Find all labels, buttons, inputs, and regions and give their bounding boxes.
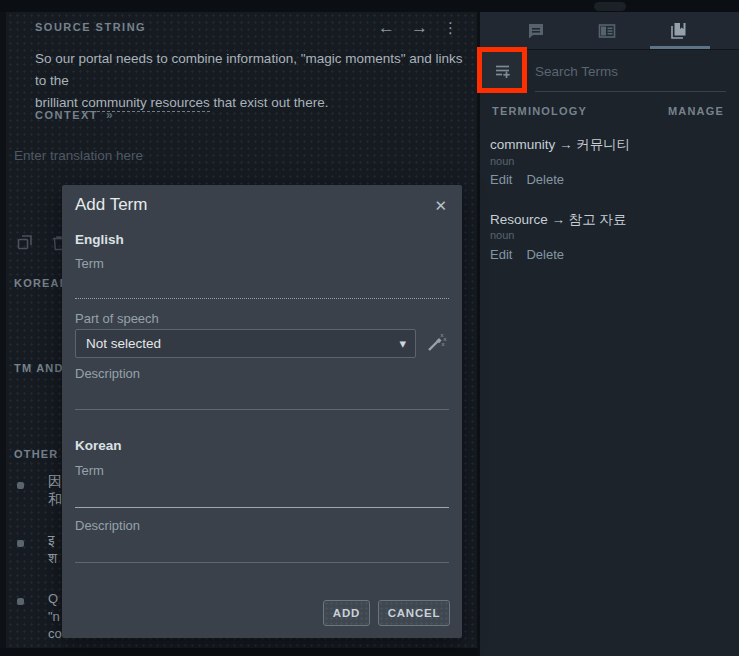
terminology-header: TERMINOLOGY xyxy=(492,105,587,117)
english-description-input[interactable] xyxy=(75,383,449,410)
source-line2-suffix: that exist out there. xyxy=(210,95,329,110)
context-label: CONTEXT xyxy=(35,109,98,121)
term-pos: noun xyxy=(490,155,514,167)
comments-tab[interactable] xyxy=(526,21,546,41)
term-target: 커뮤니티 xyxy=(576,137,630,152)
korean-term-input[interactable] xyxy=(75,480,449,508)
term-actions: EditDelete xyxy=(490,172,578,187)
korean-section-label: Korean xyxy=(75,438,122,453)
edit-term-link[interactable]: Edit xyxy=(490,172,512,187)
term-source: Resource xyxy=(490,212,548,227)
next-segment-icon[interactable]: → xyxy=(411,18,428,38)
edit-term-link[interactable]: Edit xyxy=(490,247,512,262)
search-underline xyxy=(535,91,726,92)
bullet-icon xyxy=(17,598,24,605)
svg-text:x: x xyxy=(442,341,445,347)
top-bar xyxy=(0,0,739,12)
english-term-label: Term xyxy=(75,256,104,271)
delete-term-link[interactable]: Delete xyxy=(526,247,564,262)
chevron-right-icon: » xyxy=(106,108,113,122)
glossary-tab[interactable] xyxy=(668,21,688,41)
english-term-input[interactable] xyxy=(75,273,449,299)
add-term-modal: Add Term ✕ English Term Part of speech N… xyxy=(62,185,462,638)
term-actions: EditDelete xyxy=(490,247,578,262)
pos-selected-value: Not selected xyxy=(86,336,161,351)
arrow-right-icon: → xyxy=(559,137,573,152)
korean-term-label: Term xyxy=(75,463,104,478)
top-bar-artifact xyxy=(594,2,626,11)
other-language-item[interactable]: Q "n co xyxy=(48,590,62,643)
sidebar-tabbar xyxy=(480,12,739,50)
bullet-icon xyxy=(17,540,24,547)
active-tab-underline xyxy=(650,46,710,49)
delete-term-link[interactable]: Delete xyxy=(526,172,564,187)
source-string-label: SOURCE STRING xyxy=(35,21,146,33)
copy-source-icon[interactable] xyxy=(16,234,34,252)
source-line1: So our portal needs to combine informati… xyxy=(35,51,463,88)
part-of-speech-select[interactable]: Not selected ▾ xyxy=(75,329,416,358)
search-terms-input[interactable] xyxy=(535,56,725,86)
app-window: SOURCE STRING ← → ⋮ So our portal needs … xyxy=(0,0,739,656)
other-language-item[interactable]: 因 和 xyxy=(48,473,62,508)
manage-link[interactable]: MANAGE xyxy=(668,105,724,117)
term-target: 참고 자료 xyxy=(569,212,627,227)
arrow-right-icon: → xyxy=(552,212,566,227)
term-pos: noun xyxy=(490,229,514,241)
translation-input[interactable]: Enter translation here xyxy=(14,148,143,163)
modal-title: Add Term xyxy=(75,195,147,215)
playlist-add-icon xyxy=(492,61,514,81)
source-text: So our portal needs to combine informati… xyxy=(35,48,471,114)
magic-wand-icon[interactable]: xxx xyxy=(425,332,447,354)
previous-segment-icon[interactable]: ← xyxy=(378,18,395,38)
context-toggle[interactable]: CONTEXT» xyxy=(35,108,113,122)
bullet-icon xyxy=(17,482,24,489)
details-tab[interactable] xyxy=(597,21,617,41)
part-of-speech-label: Part of speech xyxy=(75,311,159,326)
left-gutter xyxy=(0,12,6,656)
term-entry: community → 커뮤니티 xyxy=(490,136,630,154)
english-section-label: English xyxy=(75,232,124,247)
other-language-item[interactable]: इ श xyxy=(48,532,57,567)
kebab-menu-icon[interactable]: ⋮ xyxy=(443,18,458,38)
korean-description-input[interactable] xyxy=(75,535,449,563)
add-term-button[interactable] xyxy=(482,52,524,90)
english-description-label: Description xyxy=(75,366,140,381)
cancel-button[interactable]: CANCEL xyxy=(378,600,450,626)
term-source: community xyxy=(490,137,555,152)
chevron-down-icon: ▾ xyxy=(399,330,406,357)
term-entry: Resource → 참고 자료 xyxy=(490,211,627,229)
korean-description-label: Description xyxy=(75,518,140,533)
add-button[interactable]: ADD xyxy=(323,600,370,626)
close-icon[interactable]: ✕ xyxy=(434,197,447,215)
editor-bottom-strip xyxy=(0,648,478,656)
sidebar: TERMINOLOGY MANAGE community → 커뮤니티 noun… xyxy=(480,12,739,656)
